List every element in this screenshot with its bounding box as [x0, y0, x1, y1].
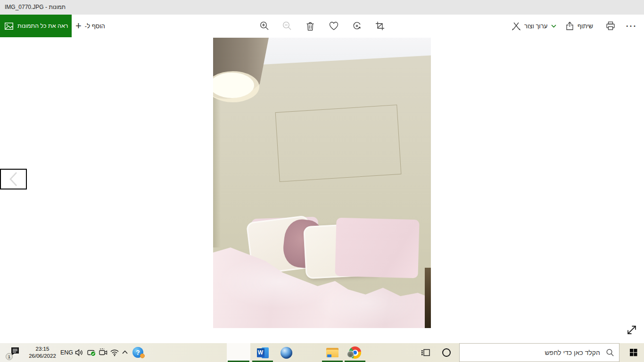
taskbar-app-word[interactable]: W — [251, 343, 274, 362]
cortana-icon[interactable] — [442, 348, 451, 357]
print-icon[interactable] — [605, 21, 616, 31]
file-explorer-icon — [326, 348, 339, 357]
photo-lamp — [213, 38, 284, 139]
see-all-photos-label: ראה את כל התמונות — [17, 23, 68, 29]
language-indicator[interactable]: ENG — [60, 343, 73, 362]
share-label: שיתוף — [578, 23, 593, 30]
volume-icon[interactable] — [74, 347, 84, 358]
taskbar-app-file-explorer[interactable] — [321, 343, 344, 362]
add-to-label: הוסף ל- — [85, 23, 105, 30]
search-icon — [606, 348, 614, 357]
expand-diagonal-icon — [625, 323, 638, 337]
taskbar-app-photos-active[interactable] — [227, 343, 250, 362]
taskbar-app-internet-globe[interactable] — [275, 343, 297, 362]
taskbar: 1 23:15 26/06/2022 ENG ? W — [0, 343, 644, 362]
meet-now-icon[interactable] — [98, 347, 108, 358]
word-letter: W — [258, 349, 263, 356]
favorite-heart-icon[interactable] — [329, 21, 339, 31]
share-button[interactable]: שיתוף — [565, 15, 593, 37]
photo-wall-frame-outline — [275, 105, 402, 182]
clock-date: 26/06/2022 — [24, 353, 61, 360]
taskbar-clock[interactable]: 23:15 26/06/2022 — [24, 346, 61, 360]
search-input[interactable] — [481, 348, 601, 357]
edit-create-icon — [512, 21, 521, 31]
window-titlebar: IMG_0770.JPG - תמונות — [0, 0, 644, 15]
chrome-icon — [349, 346, 361, 359]
zoom-out-icon — [282, 21, 292, 31]
more-options-button[interactable]: ••• — [623, 15, 640, 37]
plus-icon: + — [75, 21, 82, 31]
start-button[interactable] — [623, 343, 644, 362]
photo-bedroom[interactable] — [213, 38, 431, 328]
see-all-photos-button[interactable]: ראה את כל התמונות — [0, 15, 72, 37]
add-to-button[interactable]: + הוסף ל- — [75, 15, 105, 37]
word-icon: W — [257, 347, 269, 358]
clock-time: 23:15 — [24, 346, 61, 353]
rotate-icon[interactable] — [352, 21, 362, 31]
taskbar-search-box[interactable] — [459, 343, 619, 362]
windows-logo-icon — [630, 349, 637, 356]
hardware-status-icon[interactable] — [87, 347, 97, 358]
ellipsis-icon: ••• — [626, 23, 637, 29]
zoom-in-icon[interactable] — [259, 21, 270, 31]
question-mark-glyph: ? — [136, 349, 140, 356]
task-view-icon[interactable] — [421, 347, 431, 358]
window-title: IMG_0770.JPG - תמונות — [5, 0, 66, 15]
edit-create-label: ערוך וצור — [524, 23, 547, 30]
chrome-profile-avatar — [347, 351, 354, 358]
edit-create-button[interactable]: ערוך וצור — [512, 15, 557, 37]
photo-gallery-icon — [5, 23, 13, 30]
share-icon — [565, 21, 574, 31]
photos-app-screen: { "titlebar": { "title": "IMG_0770.JPG -… — [0, 0, 644, 362]
fullscreen-toggle-button[interactable] — [625, 323, 639, 337]
help-alert-badge — [140, 354, 145, 358]
internet-globe-icon — [281, 347, 292, 359]
wifi-icon[interactable] — [109, 347, 120, 358]
photos-toolbar: ראה את כל התמונות + הוסף ל- ערוך וצור שי… — [0, 15, 644, 37]
taskbar-app-chrome[interactable] — [344, 343, 366, 362]
delete-icon[interactable] — [305, 21, 315, 31]
chevron-down-icon[interactable] — [551, 24, 557, 28]
photo-pillow-pink-right — [335, 218, 419, 279]
previous-photo-button[interactable] — [0, 169, 27, 189]
notification-count-badge: 1 — [6, 353, 13, 360]
photo-bedframe-dark — [425, 268, 431, 328]
hidden-icons-chevron-icon[interactable] — [121, 349, 131, 359]
crop-icon[interactable] — [375, 21, 385, 31]
chevron-left-icon — [3, 169, 24, 189]
